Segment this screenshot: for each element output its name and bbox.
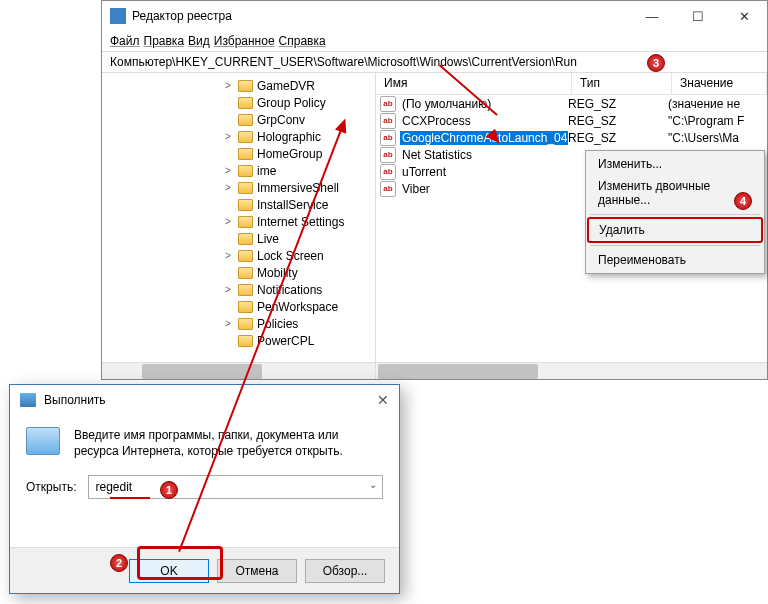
tree-label: Lock Screen <box>257 249 324 263</box>
tree-pane[interactable]: >GameDVRGroup PolicyGrpConv>HolographicH… <box>102 73 376 379</box>
run-icon <box>20 393 36 407</box>
folder-icon <box>238 114 253 126</box>
folder-icon <box>238 284 253 296</box>
tree-item[interactable]: >ime <box>102 162 375 179</box>
value-name: Net Statistics <box>400 148 568 162</box>
folder-icon <box>238 182 253 194</box>
cancel-button[interactable]: Отмена <box>217 559 297 583</box>
tree-item[interactable]: >Internet Settings <box>102 213 375 230</box>
tree-item[interactable]: Mobility <box>102 264 375 281</box>
tree-item[interactable]: GrpConv <box>102 111 375 128</box>
tree-item[interactable]: >GameDVR <box>102 77 375 94</box>
menu-favorites[interactable]: Избранное <box>214 34 275 48</box>
ok-button[interactable]: OK <box>129 559 209 583</box>
menu-help[interactable]: Справка <box>279 34 326 48</box>
values-header: Имя Тип Значение <box>376 73 767 95</box>
window-title: Редактор реестра <box>132 9 232 23</box>
folder-icon <box>238 318 253 330</box>
maximize-button[interactable]: ☐ <box>675 1 721 31</box>
tree-item[interactable]: HomeGroup <box>102 145 375 162</box>
folder-icon <box>238 97 253 109</box>
callout-2: 2 <box>110 554 128 572</box>
menu-file[interactable]: Файл <box>110 34 140 48</box>
tree-scrollbar[interactable] <box>102 362 375 379</box>
tree-item[interactable]: PowerCPL <box>102 332 375 349</box>
tree-item[interactable]: >Holographic <box>102 128 375 145</box>
tree-item[interactable]: InstallService <box>102 196 375 213</box>
minimize-button[interactable]: — <box>629 1 675 31</box>
window-controls: — ☐ ✕ <box>629 1 767 31</box>
callout-1: 1 <box>160 481 178 499</box>
tree-label: Mobility <box>257 266 298 280</box>
tree-label: HomeGroup <box>257 147 322 161</box>
tree-label: InstallService <box>257 198 328 212</box>
string-value-icon: ab <box>380 181 396 197</box>
run-title-text: Выполнить <box>44 393 106 407</box>
run-close-button[interactable]: ✕ <box>377 392 389 408</box>
tree-label: PenWorkspace <box>257 300 338 314</box>
value-name: CCXProcess <box>400 114 568 128</box>
tree-item[interactable]: Group Policy <box>102 94 375 111</box>
run-titlebar: Выполнить ✕ <box>10 385 399 415</box>
folder-icon <box>238 335 253 347</box>
folder-icon <box>238 165 253 177</box>
value-name: (По умолчанию) <box>400 97 568 111</box>
menu-edit[interactable]: Правка <box>144 34 185 48</box>
callout-4: 4 <box>734 192 752 210</box>
tree-item[interactable]: >ImmersiveShell <box>102 179 375 196</box>
value-name: uTorrent <box>400 165 568 179</box>
run-description: Введите имя программы, папки, документа … <box>74 427 383 459</box>
tree-item[interactable]: PenWorkspace <box>102 298 375 315</box>
tree-item[interactable]: >Notifications <box>102 281 375 298</box>
context-menu: Изменить...Изменить двоичные данные...Уд… <box>585 150 765 274</box>
col-data[interactable]: Значение <box>672 73 767 94</box>
tree-label: PowerCPL <box>257 334 314 348</box>
address-bar <box>102 51 767 73</box>
tree-label: Live <box>257 232 279 246</box>
run-open-label: Открыть: <box>26 480 76 494</box>
string-value-icon: ab <box>380 113 396 129</box>
browse-button[interactable]: Обзор... <box>305 559 385 583</box>
tree-item[interactable]: >Lock Screen <box>102 247 375 264</box>
value-type: REG_SZ <box>568 131 668 145</box>
string-value-icon: ab <box>380 147 396 163</box>
folder-icon <box>238 250 253 262</box>
col-name[interactable]: Имя <box>376 73 572 94</box>
folder-icon <box>238 199 253 211</box>
run-input[interactable] <box>88 475 383 499</box>
value-data: "C:\Users\Ma <box>668 131 767 145</box>
folder-icon <box>238 131 253 143</box>
value-name: Viber <box>400 182 568 196</box>
tree-label: Policies <box>257 317 298 331</box>
folder-icon <box>238 267 253 279</box>
tree-item[interactable]: >Policies <box>102 315 375 332</box>
tree-label: Group Policy <box>257 96 326 110</box>
menubar: Файл Правка Вид Избранное Справка <box>102 31 767 51</box>
run-button-row: OK Отмена Обзор... <box>10 547 399 593</box>
context-menu-item[interactable]: Изменить... <box>588 153 762 175</box>
context-menu-item[interactable]: Удалить <box>587 217 763 243</box>
folder-icon <box>238 233 253 245</box>
value-data: (значение не <box>668 97 767 111</box>
menu-view[interactable]: Вид <box>188 34 210 48</box>
close-button[interactable]: ✕ <box>721 1 767 31</box>
tree-label: GameDVR <box>257 79 315 93</box>
chevron-down-icon[interactable]: ⌄ <box>369 479 377 490</box>
string-value-icon: ab <box>380 130 396 146</box>
value-row[interactable]: ab(По умолчанию)REG_SZ(значение не <box>376 95 767 112</box>
string-value-icon: ab <box>380 96 396 112</box>
run-dialog: Выполнить ✕ Введите имя программы, папки… <box>9 384 400 594</box>
run-open-row: Открыть: ⌄ <box>26 475 383 499</box>
tree-label: Holographic <box>257 130 321 144</box>
values-scrollbar[interactable] <box>376 362 767 379</box>
context-menu-item[interactable]: Переименовать <box>588 249 762 271</box>
run-combobox[interactable]: ⌄ <box>88 475 383 499</box>
value-row[interactable]: abGoogleChromeAutoLaunch_04...REG_SZ"C:\… <box>376 129 767 146</box>
folder-icon <box>238 216 253 228</box>
tree-item[interactable]: Live <box>102 230 375 247</box>
value-row[interactable]: abCCXProcessREG_SZ"C:\Program F <box>376 112 767 129</box>
folder-icon <box>238 301 253 313</box>
value-name: GoogleChromeAutoLaunch_04... <box>400 131 568 145</box>
col-type[interactable]: Тип <box>572 73 672 94</box>
value-type: REG_SZ <box>568 114 668 128</box>
